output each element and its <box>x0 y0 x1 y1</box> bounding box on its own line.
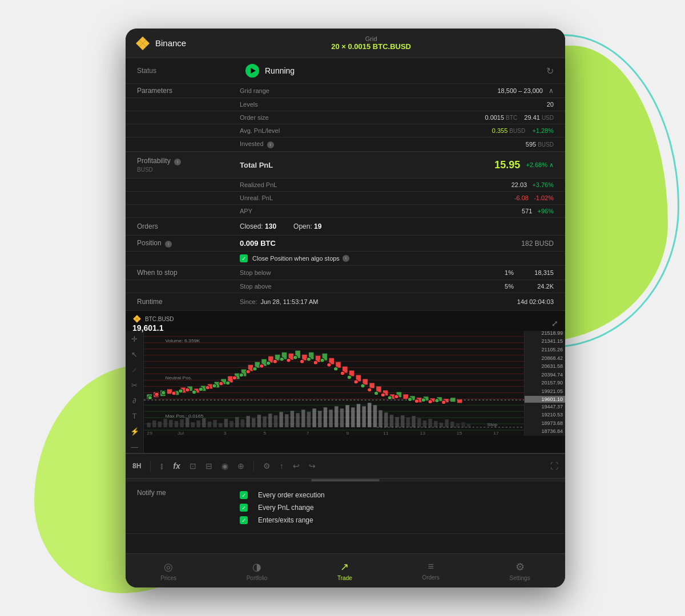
close-position-checkbox[interactable] <box>240 254 248 262</box>
svg-point-151 <box>408 398 412 402</box>
indicators-icon[interactable]: ⫿ <box>160 461 164 471</box>
scroll-thumb[interactable] <box>311 479 380 481</box>
svg-text:29: 29 <box>147 431 152 436</box>
notify-item-3: Enters/exits range <box>240 514 325 526</box>
apy-label: APY <box>240 208 522 214</box>
redo-icon[interactable]: ↪ <box>309 461 316 471</box>
orders-label: Orders <box>137 222 240 230</box>
nav-prices[interactable]: ◎ Prices <box>160 561 176 581</box>
toolbar-divider-2 <box>253 460 254 472</box>
scissors-icon[interactable]: ✂ <box>131 382 138 389</box>
svg-rect-78 <box>434 421 437 427</box>
price-level-5: 21341.15 <box>525 337 565 346</box>
chart-area: BTC.BUSD 19,601.1 ⤢ ✛ ↖ ⟋ ✂ ∂ T ⚡ — <box>126 311 565 453</box>
stop-below-label: Stop below <box>240 269 485 276</box>
price-level-7: 20868.42 <box>525 354 565 363</box>
close-position-text: Close Position when algo stops <box>252 255 340 262</box>
runtime-since-label: Since: <box>240 298 257 305</box>
notify-checkbox-3[interactable] <box>240 516 248 524</box>
layers-icon[interactable]: ⊕ <box>237 461 244 471</box>
position-btc: 0.009 BTC <box>240 239 276 248</box>
svg-text:Stop: Stop <box>487 422 498 427</box>
svg-rect-51 <box>285 414 288 427</box>
svg-rect-40 <box>224 419 228 427</box>
nav-portfolio[interactable]: ◑ Portfolio <box>247 561 268 581</box>
app-container: Binance Grid 20 × 0.0015 BTC.BUSD Status… <box>126 29 565 587</box>
svg-rect-32 <box>180 419 183 427</box>
fullscreen-icon[interactable]: ⛶ <box>550 461 558 471</box>
svg-point-135 <box>192 390 196 394</box>
profitability-info-icon[interactable]: i <box>174 159 181 165</box>
stop-below-value: 18,315 <box>514 269 554 276</box>
chart-price: 19,601.1 <box>132 323 174 333</box>
total-pnl-value: 15.95 <box>494 159 520 171</box>
svg-point-138 <box>225 381 230 385</box>
svg-text:Jul: Jul <box>178 431 184 436</box>
svg-point-163 <box>287 358 291 362</box>
svg-rect-59 <box>329 410 332 427</box>
notify-checkbox-1[interactable] <box>240 491 248 499</box>
chart-left-toolbar: ✛ ↖ ⟋ ✂ ∂ T ⚡ — <box>126 331 144 453</box>
avg-pnl-row: Avg. PnL/level 0.355BUSD +1.28% <box>126 124 565 137</box>
svg-point-170 <box>381 393 385 397</box>
profitability-label: Profitability i BUSD <box>137 157 240 173</box>
measure-icon[interactable]: ⚡ <box>130 428 139 435</box>
orders-row: Orders Closed: 130 Open: 19 <box>126 218 565 236</box>
svg-point-172 <box>414 399 419 403</box>
notify-text-1: Every order execution <box>258 491 325 499</box>
price-level-12: 19447.37 <box>525 403 565 411</box>
crosshair-icon[interactable]: ✛ <box>131 335 138 343</box>
nav-trade[interactable]: ↗ Trade <box>337 561 352 581</box>
line-icon[interactable]: ⟋ <box>131 366 138 374</box>
undo-icon[interactable]: ↩ <box>293 461 300 471</box>
eye-icon[interactable]: ◉ <box>221 461 228 471</box>
svg-rect-35 <box>196 420 200 427</box>
fx-icon[interactable]: fx <box>173 461 180 471</box>
svg-text:13: 13 <box>420 431 425 436</box>
svg-point-133 <box>162 391 166 395</box>
price-level-15: 18736.84 <box>525 427 565 436</box>
stop-above-value: 24.2K <box>514 283 554 290</box>
price-level-10: 20157.90 <box>525 379 565 387</box>
nav-settings[interactable]: ⚙ Settings <box>510 561 530 581</box>
unreal-pnl-row: Unreal. PnL -6.08 -1.02% <box>126 192 565 205</box>
timeframe-selector[interactable]: 8H <box>132 462 141 470</box>
apy-row: APY 571 +96% <box>126 205 565 218</box>
svg-point-159 <box>232 376 237 380</box>
svg-point-143 <box>293 355 298 359</box>
refresh-icon[interactable]: ↻ <box>546 66 554 76</box>
chevron-up-icon[interactable]: ∧ <box>549 87 554 95</box>
svg-rect-79 <box>440 423 443 427</box>
runtime-since-value: Jun 28, 11:53:17 AM <box>261 298 319 305</box>
layout-icon[interactable]: ⊟ <box>206 461 212 471</box>
stop-above-label: Stop above <box>240 283 485 290</box>
svg-point-140 <box>253 367 257 371</box>
svg-rect-56 <box>312 408 316 427</box>
crosshair-toolbar-icon[interactable]: ⊡ <box>190 461 196 471</box>
pencil-icon[interactable]: ∂ <box>132 397 136 404</box>
realized-pnl-label: Realized PnL <box>240 181 511 188</box>
notify-text-2: Every PnL change <box>258 504 314 512</box>
status-label: Status <box>137 67 240 75</box>
content-area[interactable]: Status Running ↻ Parameters Grid range 1… <box>126 58 565 553</box>
cursor-icon[interactable]: ↖ <box>131 351 138 358</box>
share-icon[interactable]: ↑ <box>280 461 284 471</box>
nav-orders[interactable]: ≡ Orders <box>422 561 440 581</box>
notify-checkbox-2[interactable] <box>240 504 248 512</box>
svg-point-168 <box>354 380 358 384</box>
invested-info-icon[interactable]: i <box>267 141 274 148</box>
position-info-icon[interactable]: i <box>165 241 172 248</box>
play-button[interactable] <box>245 64 259 78</box>
chart-expand-icon[interactable]: ⤢ <box>551 319 558 328</box>
text-icon[interactable]: T <box>132 412 137 420</box>
svg-text:3: 3 <box>224 431 227 436</box>
svg-rect-33 <box>186 418 189 427</box>
svg-point-167 <box>340 371 345 375</box>
grid-range-value: 18,500 – 23,000 <box>497 87 543 94</box>
runtime-row: Runtime Since: Jun 28, 11:53:17 AM 14d 0… <box>126 293 565 311</box>
magnet-icon[interactable]: — <box>131 443 138 451</box>
svg-text:5: 5 <box>263 431 266 436</box>
close-position-info-icon[interactable]: i <box>342 255 349 262</box>
svg-rect-73 <box>406 418 410 427</box>
settings-toolbar-icon[interactable]: ⚙ <box>263 461 271 471</box>
